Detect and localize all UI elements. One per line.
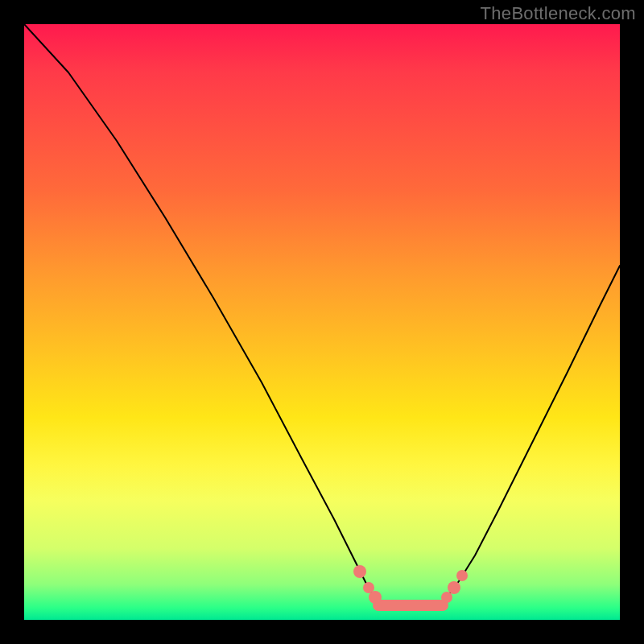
trough-marker-dot xyxy=(369,591,382,604)
bottleneck-curve-svg xyxy=(24,24,620,620)
chart-frame: TheBottleneck.com xyxy=(0,0,644,644)
watermark-text: TheBottleneck.com xyxy=(481,3,636,24)
trough-marker-dot xyxy=(353,565,366,578)
marker-group xyxy=(353,565,468,604)
trough-marker-dot xyxy=(448,581,460,594)
trough-marker-dot xyxy=(441,592,452,603)
trough-marker-dot xyxy=(456,570,468,581)
plot-area xyxy=(24,24,620,620)
bottleneck-curve-path xyxy=(24,24,620,609)
